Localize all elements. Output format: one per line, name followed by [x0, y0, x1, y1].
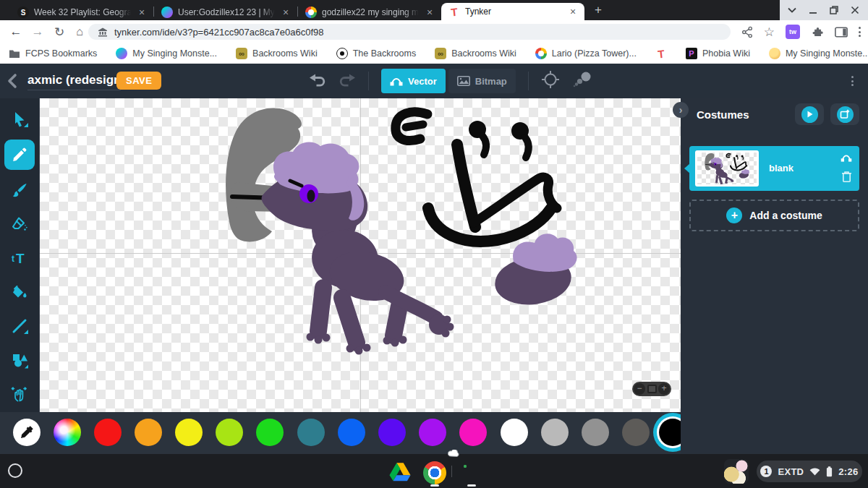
brush-tool[interactable] — [4, 176, 35, 204]
bitmap-mode-button[interactable]: Bitmap — [448, 69, 516, 93]
tab-close-icon[interactable]: × — [567, 6, 579, 17]
browser-menu-icon[interactable] — [859, 27, 861, 37]
shapes-tool[interactable] — [4, 346, 35, 374]
vector-mode-button[interactable]: Vector — [381, 69, 446, 93]
home-icon[interactable]: ⌂ — [71, 20, 88, 43]
tab-user-godzillex[interactable]: User:Godzillex12 23 | My Singing × — [154, 4, 297, 20]
tab-google-search[interactable]: godzillex22 my singing monster × — [298, 4, 441, 20]
tab-tynker-active[interactable]: T Tynker × — [441, 3, 584, 20]
bookmark-fcps-folder[interactable]: FCPS Bookmarks — [9, 48, 97, 59]
undo-icon[interactable] — [309, 73, 326, 90]
swatch-orange[interactable] — [135, 419, 162, 446]
bookmark-star-icon[interactable]: ☆ — [764, 25, 775, 40]
holding-space-thumbnail[interactable] — [724, 459, 749, 484]
tab-close-icon[interactable]: × — [280, 7, 292, 18]
launcher-icon[interactable] — [8, 463, 22, 478]
backrooms-favicon-icon: ∞ — [435, 48, 446, 59]
project-title[interactable]: axmic (redesign — [27, 73, 121, 90]
swatch-light-grey[interactable] — [541, 419, 569, 446]
swatch-grey[interactable] — [582, 419, 609, 446]
google-drive-icon[interactable] — [389, 462, 411, 484]
line-tool[interactable] — [4, 312, 35, 340]
zoom-fit-icon[interactable] — [647, 385, 657, 393]
forward-icon[interactable]: → — [29, 20, 46, 43]
zoom-out-icon[interactable]: − — [634, 383, 645, 395]
restore-window-icon[interactable] — [830, 6, 838, 14]
swatch-yellow-green[interactable] — [216, 419, 243, 446]
bookmark-the-backrooms[interactable]: The Backrooms — [336, 48, 417, 59]
swatch-magenta[interactable] — [459, 419, 487, 446]
plus-icon: + — [726, 207, 742, 223]
bookmark-lario[interactable]: Lario (Pizza Tower)... — [535, 48, 637, 59]
swatch-blue[interactable] — [338, 419, 365, 446]
share-icon[interactable] — [741, 26, 753, 38]
back-chevron-icon[interactable] — [6, 72, 20, 93]
extensions-puzzle-icon[interactable] — [811, 26, 824, 38]
close-window-icon[interactable] — [851, 6, 859, 14]
tab-search-chevron-icon[interactable] — [788, 6, 796, 14]
fandom-favicon-icon — [116, 48, 127, 59]
tynker-header: axmic (redesign SAVE Vector Bitmap — [0, 64, 868, 98]
site-info-icon[interactable] — [98, 27, 108, 37]
address-bar[interactable]: tynker.com/ide/v3?p=6421cc907ac8ca7e0a6c… — [88, 24, 731, 40]
tab-week-32-playlist[interactable]: S Week 32 Playlist: Geography of A × — [10, 4, 153, 20]
import-image-button[interactable] — [830, 103, 859, 125]
eyedropper-swatch[interactable] — [13, 419, 41, 446]
costume-item-selected[interactable]: blank — [689, 146, 859, 191]
vector-costume-icon — [841, 152, 852, 165]
pencil-tool[interactable] — [4, 140, 35, 170]
select-tool[interactable] — [4, 106, 35, 133]
drawing-canvas[interactable]: − + — [40, 98, 681, 412]
center-view-crosshair-icon[interactable] — [541, 70, 560, 92]
phobia-favicon-icon: P — [686, 48, 697, 59]
side-panel-icon[interactable] — [835, 27, 848, 38]
tab-close-icon[interactable]: × — [136, 7, 148, 18]
status-tray[interactable]: 1 EXTD 2:26 — [757, 461, 862, 482]
add-image-icon — [837, 106, 854, 123]
swatch-violet[interactable] — [378, 419, 406, 446]
zoom-in-icon[interactable]: + — [658, 383, 670, 395]
reload-icon[interactable]: ↻ — [51, 20, 68, 43]
swatch-yellow[interactable] — [175, 419, 203, 446]
bookmark-msm-wiki-2[interactable]: My Singing Monste... — [769, 48, 868, 59]
bookmark-backrooms-wiki-2[interactable]: ∞ Backrooms Wiki — [435, 48, 516, 59]
editor-toolbar-center: Vector Bitmap — [309, 64, 591, 98]
schoology-favicon-icon: S — [17, 7, 29, 18]
swatch-teal[interactable] — [297, 419, 325, 446]
swatch-purple[interactable] — [419, 419, 446, 446]
add-costume-button[interactable]: + Add a costume — [689, 200, 859, 231]
eraser-tool[interactable] — [4, 210, 35, 238]
display-mode-label: EXTD — [778, 466, 804, 477]
play-costume-button[interactable] — [795, 103, 824, 125]
tab-title: Week 32 Playlist: Geography of A — [34, 7, 131, 17]
delete-costume-icon[interactable] — [841, 171, 852, 186]
text-tool[interactable]: tT — [4, 244, 35, 272]
new-tab-button[interactable]: + — [589, 1, 608, 20]
collapse-panel-icon[interactable]: › — [673, 102, 689, 118]
cast-ring-icon — [464, 465, 467, 468]
tampermonkey-extension-icon[interactable]: tw — [786, 25, 800, 39]
chrome-icon[interactable] — [423, 461, 446, 484]
redo-icon[interactable] — [339, 73, 356, 90]
bookmark-tynker-icon-only[interactable]: T — [655, 48, 667, 59]
minimize-icon[interactable] — [809, 6, 817, 14]
google-favicon-icon — [535, 48, 547, 59]
color-wheel-swatch[interactable] — [54, 419, 81, 446]
swatch-red[interactable] — [94, 419, 122, 446]
tab-close-icon[interactable]: × — [424, 7, 435, 18]
google-favicon-icon — [305, 7, 317, 18]
swatch-white[interactable] — [501, 419, 528, 446]
fill-tool[interactable] — [4, 278, 35, 306]
save-button[interactable]: SAVE — [116, 72, 161, 90]
bookmark-phobia-wiki[interactable]: P Phobia Wiki — [686, 48, 750, 59]
bookmark-backrooms-wiki[interactable]: ∞ Backrooms Wiki — [236, 48, 318, 59]
swatch-dark-grey[interactable] — [622, 419, 650, 446]
back-icon[interactable]: ← — [7, 20, 25, 43]
costume-thumbnail[interactable] — [695, 150, 759, 187]
app-menu-icon[interactable] — [851, 76, 854, 86]
bookmark-msm-wiki[interactable]: My Singing Monste... — [116, 48, 217, 59]
swatch-green[interactable] — [256, 419, 284, 446]
pan-hand-tool[interactable] — [4, 380, 35, 408]
opacity-gradient-icon[interactable] — [572, 71, 591, 91]
tynker-favicon-icon: T — [448, 5, 461, 18]
